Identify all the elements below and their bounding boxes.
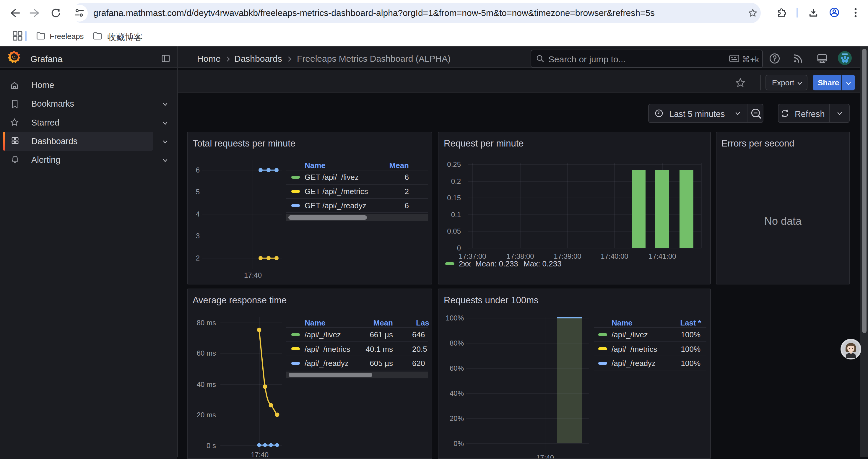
svg-text:17:37:00: 17:37:00 [459,252,486,260]
svg-text:Name: Name [305,319,326,327]
svg-text:Name: Name [612,319,632,327]
svg-text:0: 0 [457,244,461,252]
svg-text:17:41:00: 17:41:00 [649,252,676,260]
svg-text:Mean: Mean [390,161,409,170]
svg-text:40 ms: 40 ms [197,381,216,388]
svg-text:40.1 ms: 40.1 ms [366,345,393,354]
svg-text:5: 5 [196,188,200,196]
svg-text:Mean: Mean [373,319,393,327]
svg-text:17:40: 17:40 [251,451,269,459]
svg-text:17:39:00: 17:39:00 [554,252,581,260]
svg-text:/api/_/metrics: /api/_/metrics [612,345,657,354]
svg-text:Last *: Last * [680,319,701,327]
svg-text:620: 620 [412,359,425,368]
svg-text:20 ms: 20 ms [197,411,216,419]
svg-text:6: 6 [405,201,409,210]
svg-text:Max: 0.233: Max: 0.233 [524,259,562,268]
svg-text:0.1: 0.1 [451,210,461,219]
svg-text:2: 2 [405,187,409,196]
svg-text:/api/_/livez: /api/_/livez [612,330,648,339]
svg-text:2xx: 2xx [459,259,471,268]
svg-text:17:38:00: 17:38:00 [506,252,534,260]
svg-text:646: 646 [412,330,425,339]
svg-text:100%: 100% [681,330,701,339]
svg-text:661 µs: 661 µs [370,330,393,339]
svg-text:6: 6 [405,173,409,182]
svg-text:0.15: 0.15 [447,194,461,202]
svg-text:100%: 100% [446,314,464,322]
svg-text:80 ms: 80 ms [197,319,216,327]
svg-text:6: 6 [196,166,200,174]
svg-text:17:40: 17:40 [244,271,262,279]
svg-text:60%: 60% [450,364,464,372]
svg-text:0.2: 0.2 [451,177,461,185]
svg-text:0.25: 0.25 [447,160,461,168]
svg-text:Name: Name [305,161,326,170]
svg-text:100%: 100% [681,359,701,368]
svg-text:80%: 80% [450,339,464,347]
svg-text:17:40:00: 17:40:00 [601,252,628,260]
svg-text:4: 4 [196,210,200,218]
svg-text:/api/_/readyz: /api/_/readyz [612,359,656,368]
svg-text:40%: 40% [450,389,464,397]
svg-text:2: 2 [196,254,200,262]
svg-text:3: 3 [196,232,200,240]
svg-text:0 s: 0 s [207,441,216,450]
svg-text:100%: 100% [681,345,701,354]
svg-text:0%: 0% [454,439,464,448]
svg-text:17:40: 17:40 [536,454,554,459]
svg-text:Mean: 0.233: Mean: 0.233 [475,259,518,268]
svg-text:/api/_/metrics: /api/_/metrics [305,345,350,354]
svg-text:GET /api/_/livez: GET /api/_/livez [305,173,359,182]
svg-text:/api/_/livez: /api/_/livez [305,330,341,339]
svg-text:GET /api/_/metrics: GET /api/_/metrics [305,187,368,196]
svg-text:60 ms: 60 ms [197,349,216,357]
svg-text:605 µs: 605 µs [370,359,393,368]
svg-text:20%: 20% [450,415,464,422]
svg-text:0.05: 0.05 [447,227,461,235]
svg-text:GET /api/_/readyz: GET /api/_/readyz [305,201,366,210]
svg-text:/api/_/readyz: /api/_/readyz [305,359,349,368]
